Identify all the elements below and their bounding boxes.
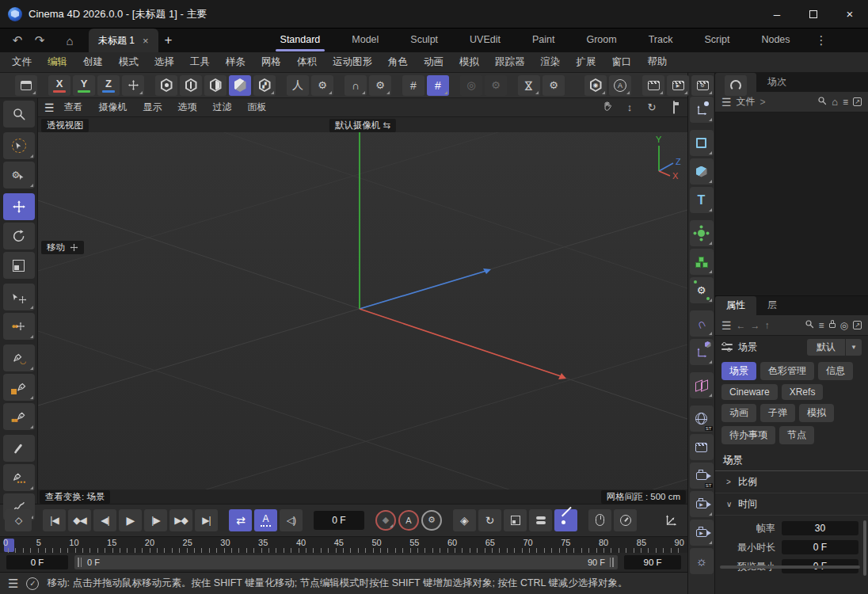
object-mode-icon[interactable] bbox=[229, 75, 251, 96]
om-export-icon[interactable]: ↗ bbox=[853, 97, 862, 106]
axis-z-lock[interactable]: Z bbox=[97, 75, 120, 96]
move-icon[interactable] bbox=[3, 193, 35, 220]
am-back-arrow-icon[interactable]: ← bbox=[737, 320, 746, 331]
viewport-solo-icon[interactable]: ◉ bbox=[584, 75, 607, 96]
om-home-icon[interactable]: ⌂ bbox=[832, 96, 838, 108]
minimize-button[interactable]: – bbox=[759, 0, 795, 29]
menu-item[interactable]: 文件 bbox=[5, 52, 39, 72]
keying-settings-icon[interactable]: ⚙ bbox=[421, 510, 442, 531]
attribute-group-row[interactable]: ∨ 时间 bbox=[715, 493, 868, 516]
workspace-tab[interactable]: Track bbox=[634, 29, 687, 52]
range-right-handle[interactable] bbox=[610, 558, 615, 567]
workspace-tab[interactable]: Groom bbox=[572, 29, 630, 52]
preset-dropdown[interactable]: 默认 ▼ bbox=[807, 339, 862, 356]
viewport[interactable]: ☰ 查看 摄像机 显示 选项 过滤 面板 ↕ ↻ bbox=[38, 98, 687, 504]
range-end-field[interactable]: 90 F bbox=[624, 555, 681, 569]
viewport-menu-item[interactable]: 选项 bbox=[172, 101, 204, 114]
om-file-menu[interactable]: 文件 bbox=[737, 95, 756, 109]
camera-play2-icon[interactable]: ▶ bbox=[690, 520, 714, 546]
attribute-category-tab[interactable]: 动画 bbox=[721, 404, 756, 422]
attribute-category-tab[interactable]: 色彩管理 bbox=[760, 362, 814, 380]
am-target-icon[interactable]: ◎ bbox=[840, 320, 848, 331]
cloner-icon[interactable] bbox=[690, 220, 714, 246]
am-filter-icon[interactable]: ≡ bbox=[819, 320, 824, 331]
rotate-icon[interactable] bbox=[3, 223, 35, 249]
new-tab-button[interactable]: + bbox=[165, 32, 173, 48]
camera-swap-icon[interactable]: ⇆ bbox=[383, 120, 391, 130]
liquid-brush-icon[interactable] bbox=[3, 435, 35, 462]
horizontal-scrollbar[interactable] bbox=[720, 565, 860, 569]
autokey-record-icon[interactable]: A bbox=[398, 510, 419, 531]
menu-item[interactable]: 创建 bbox=[76, 52, 110, 72]
keyframe-diamond-icon[interactable]: ◇ bbox=[5, 509, 32, 531]
axis-x-lock[interactable]: X bbox=[48, 75, 70, 96]
menu-item[interactable]: 帮助 bbox=[641, 52, 675, 72]
menu-item[interactable]: 样条 bbox=[219, 52, 253, 72]
next-frame-icon[interactable]: |▶ bbox=[144, 509, 167, 531]
render-picture-viewer-icon[interactable]: ▶ bbox=[667, 75, 689, 96]
om-chevron-icon[interactable]: > bbox=[760, 97, 766, 108]
range-start-field[interactable]: 0 F bbox=[6, 555, 68, 569]
attribute-group-row[interactable]: > 比例 bbox=[715, 471, 868, 493]
close-button[interactable]: × bbox=[832, 0, 868, 29]
live-selection-icon[interactable] bbox=[3, 132, 35, 159]
workspace-tab[interactable]: Paint bbox=[518, 29, 569, 52]
om-burger-icon[interactable]: ☰ bbox=[721, 96, 732, 109]
object-list[interactable] bbox=[715, 112, 868, 296]
spline-rect-icon[interactable] bbox=[690, 130, 714, 156]
prev-key-icon[interactable]: ◆◀ bbox=[68, 509, 91, 531]
deformer-bend-icon[interactable]: ∩ bbox=[690, 310, 714, 337]
axis-gizmo-icon[interactable] bbox=[122, 75, 144, 96]
attribute-category-tab[interactable]: Cineware bbox=[721, 384, 778, 400]
workspace-tab[interactable]: Sculpt bbox=[396, 29, 452, 52]
menu-item[interactable]: 窗口 bbox=[605, 52, 639, 72]
menu-item[interactable]: 运动图形 bbox=[326, 52, 379, 72]
auto-mode-icon[interactable]: A bbox=[609, 75, 631, 96]
attribute-category-tab[interactable]: 节点 bbox=[779, 426, 814, 444]
menu-item[interactable]: 扩展 bbox=[569, 52, 603, 72]
prev-frame-icon[interactable]: ◀| bbox=[93, 509, 116, 531]
mode-settings-gear-icon[interactable]: ⚙ bbox=[311, 75, 333, 96]
menu-item[interactable]: 网格 bbox=[254, 52, 288, 72]
symmetry-butterfly-icon[interactable]: ⋈ bbox=[518, 75, 540, 96]
range-slider[interactable]: 0 F 90 F bbox=[74, 555, 618, 569]
loop-icon[interactable]: ⇄ bbox=[229, 509, 252, 531]
menu-item[interactable]: 模式 bbox=[112, 52, 146, 72]
attribute-category-tab[interactable]: 模拟 bbox=[799, 404, 834, 422]
menu-item[interactable]: 动画 bbox=[417, 52, 451, 72]
workspace-tab[interactable]: Script bbox=[690, 29, 744, 52]
viewport-burger-icon[interactable]: ☰ bbox=[44, 101, 55, 114]
status-burger-icon[interactable]: ☰ bbox=[8, 577, 18, 591]
points-mode-icon[interactable] bbox=[155, 75, 177, 96]
interactive-render-icon[interactable] bbox=[725, 75, 747, 96]
attribute-field-value[interactable]: 30 bbox=[782, 521, 858, 535]
am-burger-icon[interactable]: ☰ bbox=[721, 319, 732, 332]
record-icon[interactable]: ◆ bbox=[375, 510, 396, 531]
camera-label[interactable]: 默认摄像机 ⇆ bbox=[329, 119, 396, 132]
caret-icon[interactable]: > bbox=[726, 478, 733, 486]
scene-mode-icon[interactable] bbox=[721, 342, 733, 352]
chevron-down-icon[interactable]: ▼ bbox=[845, 339, 862, 356]
spline-volume-icon[interactable]: ■■ bbox=[3, 403, 35, 430]
am-up-arrow-icon[interactable]: ↑ bbox=[765, 320, 770, 331]
key-position-icon[interactable]: ◈ bbox=[453, 509, 476, 531]
camera-st-icon[interactable]: ST bbox=[690, 463, 714, 489]
viewport-menu-item[interactable]: 查看 bbox=[58, 101, 89, 114]
redo-icon[interactable]: ↷ bbox=[29, 29, 51, 51]
array-cubes-icon[interactable] bbox=[690, 249, 714, 275]
attribute-category-tab[interactable]: 场景 bbox=[721, 362, 756, 380]
snap-settings-gear-icon[interactable]: ⚙ bbox=[369, 75, 391, 96]
multi-transform-icon[interactable]: ●● bbox=[3, 313, 35, 340]
attribute-manager-tab[interactable]: 属性 bbox=[715, 296, 756, 315]
sky-globe-icon[interactable]: ST bbox=[690, 406, 714, 432]
next-key-icon[interactable]: ▶◆ bbox=[169, 509, 192, 531]
maximize-button[interactable] bbox=[795, 0, 832, 29]
render-view-icon[interactable] bbox=[642, 75, 664, 96]
workspace-tab[interactable]: Nodes bbox=[747, 29, 804, 52]
attribute-field-value[interactable]: 0 F bbox=[782, 540, 858, 554]
timeline-ruler[interactable]: 051015202530354045505560657075808590 bbox=[0, 536, 687, 554]
light-sun-icon[interactable]: ☼ bbox=[690, 548, 714, 574]
am-forward-arrow-icon[interactable]: → bbox=[751, 320, 760, 331]
document-tab[interactable]: 未标题 1 × bbox=[89, 29, 158, 52]
camera-play-icon[interactable]: ▶ bbox=[690, 491, 714, 517]
